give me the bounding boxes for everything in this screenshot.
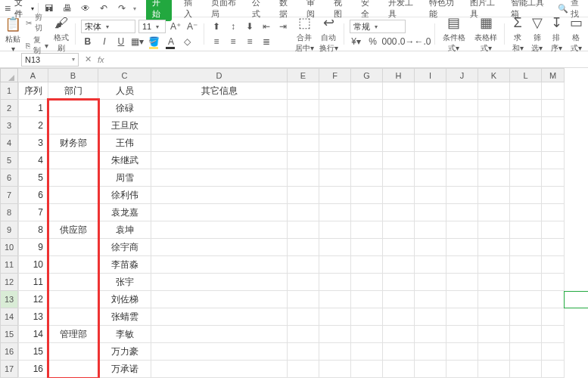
cell[interactable] [48,169,98,187]
cell[interactable] [351,221,383,239]
row-header[interactable]: 11 [0,256,18,274]
cell[interactable] [542,152,565,169]
cell[interactable] [319,100,351,117]
cell[interactable]: 刘佐梯 [98,291,151,308]
indent-right-icon[interactable]: ⇥ [276,20,290,33]
cell[interactable] [415,308,446,326]
cell[interactable] [319,117,351,135]
cell[interactable] [510,82,542,100]
undo-icon[interactable]: ↶ [97,2,110,15]
cell[interactable]: 人员 [98,82,151,100]
cell[interactable]: 部门 [48,82,98,100]
cell[interactable] [319,152,351,169]
cell[interactable] [151,326,288,343]
cell[interactable] [288,117,319,135]
cell[interactable] [478,100,510,117]
cell[interactable] [415,82,446,100]
cut-button[interactable]: ✂剪切 [26,12,48,33]
fx-icon[interactable]: fx [98,55,104,64]
tab-security[interactable]: 安全 [359,0,376,21]
cell[interactable] [288,169,319,187]
cell[interactable] [510,100,542,117]
cell[interactable] [351,117,383,135]
cell[interactable] [446,291,478,308]
row-header[interactable]: 4 [0,135,18,152]
cell[interactable] [48,291,98,308]
cell[interactable] [446,135,478,152]
cell[interactable] [288,343,319,361]
cell[interactable] [446,361,478,378]
cell[interactable] [510,117,542,135]
cell[interactable] [510,308,542,326]
cell[interactable] [478,117,510,135]
cell[interactable] [542,291,565,308]
cell[interactable] [288,256,319,274]
cell[interactable] [383,326,415,343]
select-all-corner[interactable] [0,68,18,82]
row-header[interactable]: 8 [0,204,18,221]
cell[interactable] [151,308,288,326]
cell[interactable]: 财务部 [48,135,98,152]
cell[interactable] [151,343,288,361]
currency-icon[interactable]: ¥▾ [350,35,363,48]
row-header[interactable]: 5 [0,152,18,169]
cell[interactable] [510,187,542,204]
cell[interactable]: 张蜻雲 [98,308,151,326]
align-right-icon[interactable]: ≡ [243,35,257,48]
row-header[interactable]: 16 [0,343,18,361]
cell[interactable] [542,117,565,135]
cell[interactable] [319,343,351,361]
cell[interactable] [351,169,383,187]
cell[interactable]: 15 [18,343,48,361]
cell[interactable] [351,82,383,100]
cell[interactable]: 12 [18,291,48,308]
cell[interactable] [151,204,288,221]
border-button[interactable]: ▦▾ [131,35,145,48]
cell[interactable] [415,291,446,308]
cell[interactable] [542,100,565,117]
cell[interactable] [351,135,383,152]
cell[interactable] [542,343,565,361]
col-header-D[interactable]: D [151,68,288,82]
cell[interactable] [351,291,383,308]
cell[interactable] [542,239,565,256]
fill-color-button[interactable]: 🪣 [148,35,161,48]
cell[interactable] [151,169,288,187]
align-justify-icon[interactable]: ≣ [260,35,273,48]
cell[interactable] [415,169,446,187]
cell[interactable] [319,82,351,100]
qat-more-icon[interactable]: ▾ [133,5,136,12]
cell[interactable] [542,187,565,204]
align-center-icon[interactable]: ≡ [226,35,240,48]
comma-icon[interactable]: 000 [383,35,397,48]
cell[interactable] [319,308,351,326]
cell[interactable]: 王旦欣 [98,117,151,135]
paste-icon[interactable]: 📋 [5,16,21,32]
merge-cells-icon[interactable]: ⬚ [298,14,311,31]
cell[interactable] [288,239,319,256]
cell[interactable] [478,291,510,308]
cell[interactable] [542,135,565,152]
cell[interactable] [478,187,510,204]
cell[interactable] [478,169,510,187]
cell[interactable] [478,82,510,100]
cell[interactable]: 袁龙嘉 [98,204,151,221]
bold-button[interactable]: B [81,35,95,48]
indent-left-icon[interactable]: ⇤ [260,20,273,33]
font-name-combo[interactable]: 宋体▾ [81,20,135,33]
cell[interactable] [510,343,542,361]
table-style-icon[interactable]: ▦ [480,14,493,31]
cell[interactable]: 王伟 [98,135,151,152]
cell[interactable]: 徐宇商 [98,239,151,256]
cell[interactable] [542,221,565,239]
cell[interactable] [510,291,542,308]
cell[interactable] [288,152,319,169]
col-header-C[interactable]: C [98,68,151,82]
decrease-font-icon[interactable]: A⁻ [185,20,199,33]
cell[interactable] [383,117,415,135]
cell[interactable] [446,221,478,239]
cell[interactable] [151,221,288,239]
cell[interactable] [415,187,446,204]
cell[interactable] [48,308,98,326]
preview-icon[interactable]: 👁 [79,2,92,15]
